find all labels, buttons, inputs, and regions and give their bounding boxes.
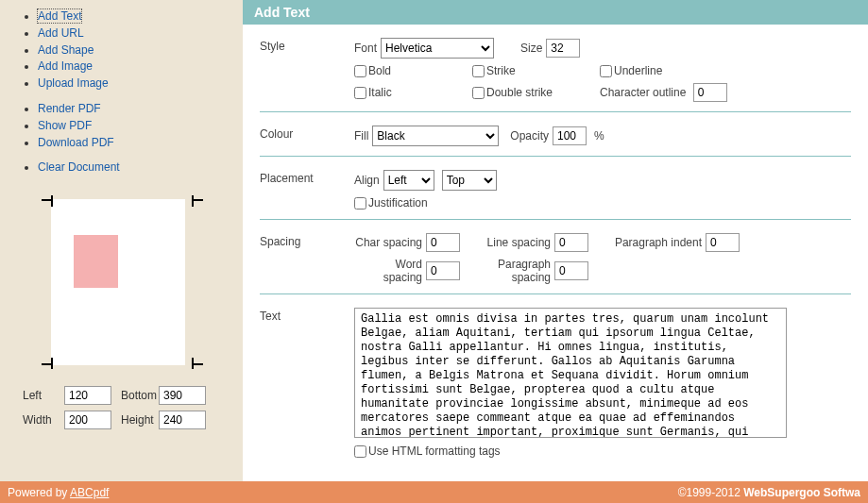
para-spacing-input[interactable] bbox=[554, 261, 588, 280]
double-strike-checkbox[interactable] bbox=[472, 87, 485, 99]
outline-label: Character outline bbox=[600, 86, 686, 99]
underline-label: Underline bbox=[614, 64, 662, 77]
powered-by-link[interactable]: ABCpdf bbox=[70, 486, 109, 499]
colour-section-label: Colour bbox=[260, 126, 354, 146]
align-label: Align bbox=[354, 174, 380, 187]
company-name: WebSupergoo Softwa bbox=[743, 486, 860, 499]
nav-add-text[interactable]: Add Text bbox=[38, 9, 81, 23]
para-indent-label: Paragraph indent bbox=[588, 236, 702, 249]
nav-download-pdf[interactable]: Download PDF bbox=[38, 136, 114, 149]
bold-checkbox[interactable] bbox=[354, 65, 366, 77]
line-spacing-label: Line spacing bbox=[460, 236, 551, 249]
underline-checkbox[interactable] bbox=[600, 65, 612, 77]
html-tags-checkbox[interactable] bbox=[354, 445, 366, 458]
placement-section-label: Placement bbox=[260, 170, 354, 210]
crop-corner-br bbox=[192, 358, 205, 371]
char-spacing-label: Char spacing bbox=[354, 236, 422, 249]
height-input[interactable] bbox=[159, 411, 206, 429]
para-spacing-label: Paragraph spacing bbox=[460, 258, 551, 284]
width-label: Width bbox=[23, 413, 64, 427]
left-label: Left bbox=[23, 389, 64, 402]
style-section-label: Style bbox=[260, 38, 354, 102]
nav-add-url[interactable]: Add URL bbox=[38, 26, 84, 40]
nav-add-image[interactable]: Add Image bbox=[38, 59, 93, 73]
fill-label: Fill bbox=[354, 129, 368, 143]
justification-label: Justification bbox=[368, 196, 428, 210]
nav-show-pdf[interactable]: Show PDF bbox=[38, 119, 92, 132]
crop-corner-tr bbox=[192, 193, 205, 207]
opacity-pct: % bbox=[594, 129, 604, 143]
preview-rect bbox=[74, 235, 118, 288]
para-indent-input[interactable] bbox=[706, 233, 740, 252]
footer: Powered by ABCpdf ©1999-2012 WebSupergoo… bbox=[0, 481, 868, 503]
nav-upload-image[interactable]: Upload Image bbox=[38, 76, 109, 90]
opacity-label: Opacity bbox=[510, 129, 549, 143]
size-input[interactable] bbox=[546, 39, 580, 58]
coords-panel: Left Bottom Width Height bbox=[23, 386, 243, 429]
nav-add-shape[interactable]: Add Shape bbox=[38, 43, 94, 57]
italic-checkbox[interactable] bbox=[354, 87, 366, 99]
align-h-select[interactable]: Left bbox=[383, 170, 434, 191]
bottom-label: Bottom bbox=[121, 389, 159, 402]
justification-checkbox[interactable] bbox=[354, 197, 366, 210]
main-panel: Add Text Style Font Helvetica Size Bold … bbox=[243, 0, 868, 481]
height-label: Height bbox=[121, 413, 159, 427]
preview-area bbox=[34, 199, 228, 365]
spacing-section-label: Spacing bbox=[260, 233, 354, 284]
text-textarea[interactable] bbox=[354, 308, 787, 438]
fill-select[interactable]: Black bbox=[372, 126, 499, 146]
left-input[interactable] bbox=[64, 386, 111, 405]
strike-checkbox[interactable] bbox=[472, 65, 485, 77]
bottom-input[interactable] bbox=[159, 386, 206, 405]
width-input[interactable] bbox=[64, 411, 111, 429]
italic-label: Italic bbox=[368, 86, 392, 99]
copyright: ©1999-2012 bbox=[678, 486, 744, 499]
strike-label: Strike bbox=[486, 64, 516, 77]
char-spacing-input[interactable] bbox=[426, 233, 460, 252]
bold-label: Bold bbox=[368, 64, 391, 77]
crop-corner-bl bbox=[40, 358, 53, 371]
nav-clear-document[interactable]: Clear Document bbox=[38, 160, 120, 174]
align-v-select[interactable]: Top bbox=[442, 170, 497, 191]
size-label: Size bbox=[520, 42, 542, 55]
powered-by-prefix: Powered by bbox=[8, 486, 70, 499]
text-section-label: Text bbox=[260, 308, 354, 458]
line-spacing-input[interactable] bbox=[554, 233, 588, 252]
double-strike-label: Double strike bbox=[486, 86, 553, 99]
crop-corner-tl bbox=[40, 193, 53, 207]
word-spacing-label: Word spacing bbox=[354, 258, 422, 284]
font-select[interactable]: Helvetica bbox=[381, 38, 494, 59]
panel-title: Add Text bbox=[243, 0, 868, 25]
sidebar: Add Text Add URL Add Shape Add Image Upl… bbox=[0, 0, 243, 481]
word-spacing-input[interactable] bbox=[426, 261, 460, 280]
opacity-input[interactable] bbox=[553, 126, 587, 145]
preview-page bbox=[51, 199, 185, 365]
html-tags-label: Use HTML formatting tags bbox=[368, 444, 501, 458]
outline-input[interactable] bbox=[693, 83, 727, 102]
nav-render-pdf[interactable]: Render PDF bbox=[38, 102, 101, 115]
font-label: Font bbox=[354, 42, 377, 55]
